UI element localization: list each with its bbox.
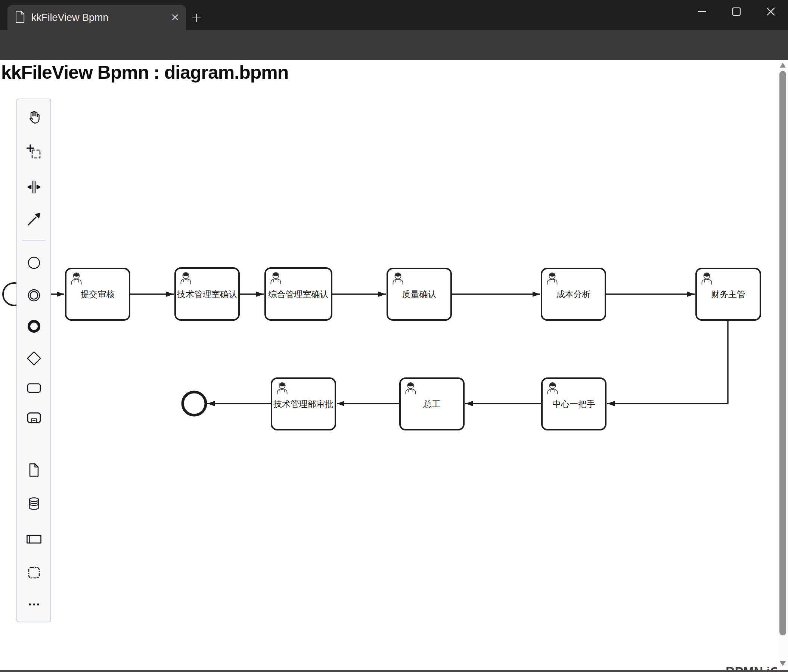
- document-icon: [14, 10, 25, 25]
- tab-kkfileview[interactable]: kkFileView Bpmn ✕: [8, 5, 186, 30]
- user-task-center-head[interactable]: 中心一把手: [542, 378, 606, 430]
- task-label: 财务主管: [711, 289, 745, 299]
- scroll-up-icon[interactable]: [780, 63, 786, 68]
- palette-create-data-store[interactable]: [25, 494, 43, 513]
- scroll-down-icon[interactable]: [780, 661, 786, 666]
- tab-close-icon[interactable]: ✕: [171, 13, 179, 23]
- bpmn-canvas: 提交审核技术管理室确认综合管理室确认质量确认成本分析财务主管技术管理部审批总工中…: [0, 60, 788, 672]
- task-label: 技术管理室确认: [176, 289, 237, 299]
- palette-create-group[interactable]: [25, 564, 43, 582]
- minimize-button[interactable]: [685, 0, 719, 23]
- window-bottom-edge: [0, 670, 788, 672]
- user-task-cost-analysis[interactable]: 成本分析: [542, 268, 605, 320]
- maximize-button[interactable]: [719, 0, 754, 23]
- task-label: 综合管理室确认: [268, 289, 329, 299]
- user-task-general-office-confirm[interactable]: 综合管理室确认: [265, 268, 332, 320]
- palette-create-data-object[interactable]: [25, 461, 43, 479]
- tab-title: kkFileView Bpmn: [31, 12, 165, 24]
- palette-create-end-event[interactable]: [25, 317, 43, 335]
- browser-window: kkFileView Bpmn ✕: [0, 0, 788, 672]
- palette-space-tool[interactable]: [25, 178, 43, 196]
- user-task-quality-confirm[interactable]: 质量确认: [387, 268, 451, 320]
- user-task-tech-dept-approve[interactable]: 技术管理部审批: [272, 378, 335, 430]
- palette-create-intermediate-event[interactable]: [25, 286, 43, 304]
- page-content: 提交审核技术管理室确认综合管理室确认质量确认成本分析财务主管技术管理部审批总工中…: [0, 60, 788, 672]
- palette-hand-tool[interactable]: [25, 109, 43, 127]
- palette-global-connect-tool[interactable]: [25, 210, 43, 228]
- palette: [16, 98, 51, 622]
- task-label: 技术管理部审批: [273, 399, 334, 409]
- new-tab-button[interactable]: [187, 8, 206, 28]
- browser-toolbar: https://file.kkview.cn/onlinePreview?url…: [0, 30, 788, 60]
- user-task-finance-director[interactable]: 财务主管: [696, 268, 760, 320]
- vertical-scrollbar[interactable]: [777, 60, 788, 670]
- palette-separator: [22, 241, 46, 241]
- palette-create-gateway[interactable]: [25, 349, 43, 368]
- palette-create-participant[interactable]: [25, 530, 43, 548]
- palette-more-tools[interactable]: [25, 596, 43, 613]
- user-task-chief-engineer[interactable]: 总工: [400, 378, 464, 430]
- user-task-tech-office-confirm[interactable]: 技术管理室确认: [175, 268, 239, 320]
- end-event[interactable]: [183, 392, 206, 415]
- task-label: 提交审核: [81, 289, 115, 299]
- close-button[interactable]: [754, 0, 788, 23]
- palette-lasso-tool[interactable]: [25, 143, 43, 161]
- sequence-flow-7[interactable]: [607, 320, 728, 404]
- palette-create-task[interactable]: [25, 379, 43, 397]
- task-label: 成本分析: [556, 289, 591, 299]
- palette-create-subprocess[interactable]: [25, 409, 43, 427]
- window-controls: [685, 0, 788, 23]
- tab-strip: kkFileView Bpmn ✕: [0, 0, 788, 30]
- palette-create-start-event[interactable]: [25, 254, 43, 272]
- task-label: 质量确认: [402, 289, 437, 299]
- user-task-submit-review[interactable]: 提交审核: [66, 268, 130, 320]
- task-label: 中心一把手: [552, 399, 595, 409]
- task-label: 总工: [423, 399, 441, 409]
- scrollbar-thumb[interactable]: [779, 71, 786, 636]
